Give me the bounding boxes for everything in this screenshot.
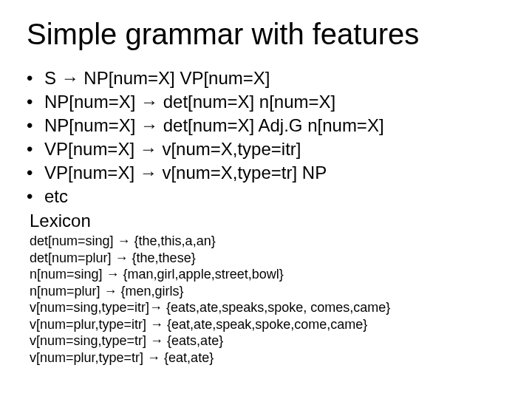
list-item: VP[num=X] → v[num=X,type=tr] NP bbox=[25, 162, 510, 184]
lexicon-item: det[num=sing] → {the,this,a,an} bbox=[30, 233, 510, 250]
list-item: NP[num=X] → det[num=X] Adj.G n[num=X] bbox=[25, 115, 510, 137]
list-item: VP[num=X] → v[num=X,type=itr] bbox=[25, 138, 510, 160]
grammar-rules-list: S → NP[num=X] VP[num=X] NP[num=X] → det[… bbox=[22, 67, 510, 208]
list-item: etc bbox=[25, 185, 510, 208]
page-title: Simple grammar with features bbox=[27, 18, 510, 51]
list-item: NP[num=X] → det[num=X] n[num=X] bbox=[25, 91, 510, 113]
lexicon-item: det[num=plur] → {the,these} bbox=[30, 250, 510, 267]
lexicon-list: det[num=sing] → {the,this,a,an} det[num=… bbox=[30, 233, 510, 366]
list-item: S → NP[num=X] VP[num=X] bbox=[25, 67, 510, 89]
slide: Simple grammar with features S → NP[num=… bbox=[0, 0, 532, 399]
lexicon-item: n[num=plur] → {men,girls} bbox=[30, 283, 510, 300]
lexicon-item: v[num=plur,type=tr] → {eat,ate} bbox=[30, 349, 510, 366]
lexicon-item: v[num=sing,type=itr]→ {eats,ate,speaks,s… bbox=[30, 299, 510, 316]
lexicon-heading: Lexicon bbox=[30, 211, 510, 231]
lexicon-item: n[num=sing] → {man,girl,apple,street,bow… bbox=[30, 266, 510, 283]
lexicon-item: v[num=sing,type=tr] → {eats,ate} bbox=[30, 332, 510, 349]
lexicon-item: v[num=plur,type=itr] → {eat,ate,speak,sp… bbox=[30, 316, 510, 333]
